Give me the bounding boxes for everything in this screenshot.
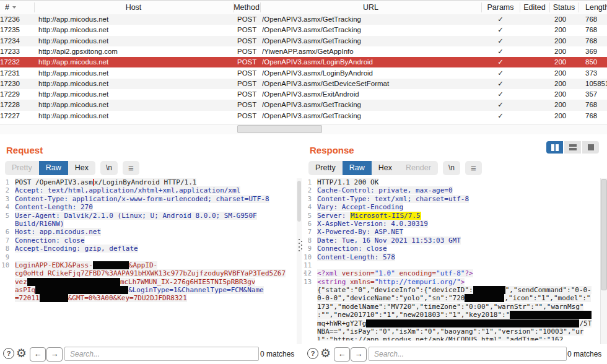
cell-method: POST — [237, 25, 261, 35]
response-tabbar: Pretty Raw Hex Render \n ≡ — [308, 161, 482, 175]
cell-params: ✓ — [481, 89, 520, 100]
line-number: 6 — [1, 228, 9, 236]
request-search-input[interactable] — [64, 347, 259, 361]
cell-params: ✓ — [481, 57, 520, 67]
column-header-status-label: Status — [553, 3, 575, 12]
cell-num: 17230 — [0, 79, 27, 89]
column-header-params[interactable]: Params — [481, 1, 520, 14]
tab-hex[interactable]: Hex — [372, 161, 399, 175]
cell-url: /OpenAPIV3.asmx/LoginByAndroid — [262, 57, 479, 67]
column-header-url[interactable]: URL — [260, 1, 481, 14]
line-number: 10 — [304, 253, 312, 261]
response-scrollbar-thumb[interactable] — [601, 179, 607, 290]
burp-proxy-http-history-screen: # Host Method URL Params Edited Status L… — [0, 0, 607, 364]
table-row[interactable]: 17236http://app.micodus.netPOST/OpenAPIV… — [0, 14, 607, 25]
tab-raw[interactable]: Raw — [39, 161, 68, 175]
redaction-block — [465, 294, 504, 302]
search-next-button[interactable]: → — [351, 347, 367, 362]
cell-params: ✓ — [481, 46, 520, 57]
table-horizontal-scrollbar-thumb[interactable] — [237, 125, 322, 133]
editor-menu-button[interactable]: ≡ — [123, 161, 139, 175]
editor-line: 9Connection: close — [304, 245, 602, 253]
tab-hex[interactable]: Hex — [68, 161, 95, 175]
line-number: 6 — [304, 220, 312, 228]
table-row[interactable]: 17228http://app.micodus.netPOST/OpenAPIV… — [0, 100, 607, 110]
show-newlines-button[interactable]: \n — [443, 161, 460, 175]
editor-line: 4Vary: Accept-Encoding — [304, 203, 602, 211]
help-icon[interactable]: ? — [307, 348, 318, 359]
editor-line: 6Host: app.micodus.net — [1, 228, 296, 236]
editor-line: 7Connection: close — [1, 236, 296, 245]
column-header-method[interactable]: Method — [233, 1, 260, 14]
table-row[interactable]: 17231http://app.micodus.netPOST/OpenAPIV… — [0, 68, 607, 79]
cell-edited — [520, 111, 549, 121]
line-number: 3 — [304, 195, 312, 203]
table-row[interactable]: 17233http://api2.gpsxitong.comPOST/Yiwen… — [0, 46, 607, 57]
cell-host: http://api2.gpsxitong.com — [38, 46, 230, 57]
line-number: 11 — [304, 261, 312, 269]
line-number: 5 — [304, 212, 312, 220]
show-newlines-button[interactable]: \n — [100, 161, 118, 175]
column-header-status[interactable]: Status — [549, 1, 579, 14]
search-next-button[interactable]: → — [46, 347, 63, 362]
gear-icon[interactable]: ⚙ — [16, 346, 27, 360]
request-editor[interactable]: 1POST /OpenAPIV3.asmx/LoginByAndroid HTT… — [1, 178, 296, 340]
editor-line: 11 — [304, 261, 602, 269]
editor-line: 5Server: Microsoft-IIS/7.5 — [304, 212, 602, 220]
column-separator — [481, 2, 482, 12]
gear-icon[interactable]: ⚙ — [320, 346, 331, 360]
editor-line: 2Accept: text/html,application/xhtml+xml… — [1, 186, 296, 194]
line-number: 2 — [1, 186, 9, 194]
cell-length: 768 — [585, 14, 607, 25]
editor-line: 173","modelName":"MV720","timeZone":"0:0… — [304, 303, 602, 311]
layout-columns-button[interactable] — [546, 141, 563, 154]
request-scrollbar-thumb[interactable] — [297, 181, 301, 222]
line-number: 7 — [1, 236, 9, 245]
cell-url: /OpenAPIV3.asmx/ExitAndroid — [262, 89, 479, 100]
cell-num: 17232 — [0, 57, 27, 67]
response-search-footer: ? ⚙ ← → 0 matches — [302, 344, 607, 364]
column-header-url-label: URL — [363, 3, 378, 12]
table-row[interactable]: 17232http://app.micodus.netPOST/OpenAPIV… — [0, 57, 607, 67]
cell-edited — [520, 79, 549, 89]
line-number: 9 — [304, 245, 312, 253]
redaction-block — [35, 286, 128, 294]
response-editor[interactable]: 1HTTP/1.1 200 OK2Cache-Control: private,… — [304, 178, 602, 340]
cell-params: ✓ — [481, 68, 520, 79]
search-previous-button[interactable]: ← — [30, 347, 46, 362]
chevron-down-icon — [12, 6, 16, 9]
column-header-number[interactable]: # — [5, 1, 32, 14]
cell-method: POST — [237, 46, 261, 57]
table-row[interactable]: 17227http://app.micodus.netPOST/OpenAPIV… — [0, 111, 607, 121]
column-header-edited[interactable]: Edited — [520, 1, 549, 14]
rows-icon — [569, 144, 577, 150]
table-row[interactable]: 17234http://app.micodus.netPOST/OpenAPIV… — [0, 36, 607, 46]
columns-icon — [556, 144, 559, 151]
tab-pretty[interactable]: Pretty — [5, 161, 39, 175]
cell-length: 768 — [585, 100, 607, 110]
table-row[interactable]: 17235http://app.micodus.netPOST/OpenAPIV… — [0, 25, 607, 35]
redaction-block — [27, 278, 120, 286]
column-header-host[interactable]: Host — [34, 1, 233, 14]
table-row[interactable]: 17230http://app.micodus.netPOST/OpenAPIV… — [0, 79, 607, 89]
column-header-length[interactable]: Length — [585, 1, 607, 14]
vertical-splitter-grip[interactable] — [299, 239, 300, 240]
cell-url: /OpenAPIV3.asmx/GetTracking — [262, 100, 479, 110]
editor-menu-button[interactable]: ≡ — [465, 161, 482, 175]
horizontal-splitter[interactable]: ··· — [0, 134, 607, 143]
response-search-input[interactable] — [369, 347, 567, 361]
tab-render[interactable]: Render — [399, 161, 438, 175]
response-search-matches: 0 matches — [567, 350, 601, 358]
search-previous-button[interactable]: ← — [334, 347, 350, 362]
layout-single-button[interactable] — [582, 141, 599, 154]
table-row[interactable]: 17229http://app.micodus.netPOST/OpenAPIV… — [0, 89, 607, 100]
column-separator — [579, 2, 579, 12]
cell-num: 17234 — [0, 36, 27, 46]
help-icon[interactable]: ? — [3, 348, 14, 359]
layout-rows-button[interactable] — [564, 141, 581, 154]
cell-edited — [520, 46, 549, 57]
column-separator — [520, 2, 520, 12]
tab-raw[interactable]: Raw — [343, 161, 372, 175]
line-number: 12 — [304, 269, 312, 277]
tab-pretty[interactable]: Pretty — [308, 161, 343, 175]
